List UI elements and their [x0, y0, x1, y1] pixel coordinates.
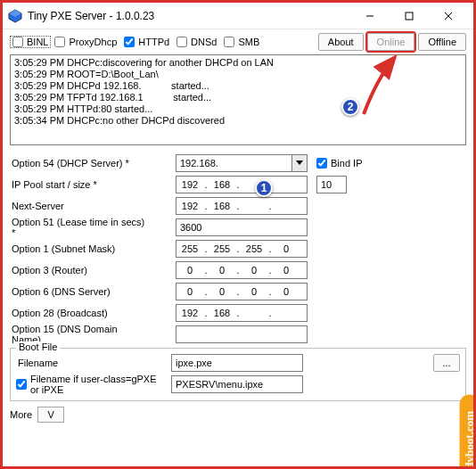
httpd-label: HTTPd: [138, 37, 169, 47]
dnsd-checkbox[interactable]: DNSd: [176, 37, 220, 47]
binl-label: BINL: [27, 37, 48, 47]
opt1-label: Option 1 (Subnet Mask): [10, 243, 149, 254]
online-button[interactable]: Online: [367, 33, 415, 51]
log-line: 3:05:29 PM ROOT=D:\Boot_Lan\: [14, 69, 462, 80]
titlebar: Tiny PXE Server - 1.0.0.23: [3, 3, 473, 29]
log-line: 3:05:29 PM DHCPd 192.168. started...: [14, 80, 462, 92]
log-line: 3:05:34 PM DHCPc:no other DHCPd discover…: [14, 115, 462, 127]
opt3-label: Option 3 (Router): [10, 265, 149, 276]
opt6-label: Option 6 (DNS Server): [10, 286, 149, 297]
opt1-ip-input[interactable]: 255. 255. 255. 0: [176, 240, 308, 258]
pool-ip-input[interactable]: 192. 168. .: [176, 176, 308, 193]
log-line: 3:05:29 PM HTTPd:80 started...: [14, 103, 462, 115]
minimize-button[interactable]: [350, 4, 390, 29]
altname-input[interactable]: PXESRV\menu.ipxe: [171, 375, 303, 393]
browse-button[interactable]: ...: [433, 354, 460, 372]
expand-button[interactable]: V: [37, 407, 64, 423]
footer: More V: [3, 401, 473, 428]
binl-checkbox[interactable]: BINL: [10, 36, 51, 48]
httpd-checkbox[interactable]: HTTPd: [124, 37, 173, 47]
offline-button[interactable]: Offline: [418, 33, 466, 51]
window-title: Tiny PXE Server - 1.0.0.23: [28, 10, 154, 22]
bindip-checkbox[interactable]: Bind IP: [316, 158, 362, 169]
nextserver-label: Next-Server: [10, 201, 149, 211]
log-line: 3:05:29 PM DHCPc:discovering for another…: [14, 57, 462, 69]
filename-input[interactable]: ipxe.pxe: [171, 354, 303, 372]
opt15-input[interactable]: [176, 325, 308, 343]
pool-size-input[interactable]: 10: [316, 176, 347, 193]
opt54-label: Option 54 (DHCP Server) *: [10, 158, 149, 169]
chevron-down-icon[interactable]: [291, 155, 307, 171]
altname-label: Filename if user-class=gPXE or iPXE: [30, 374, 164, 395]
toolbar: BINL ProxyDhcp HTTPd DNSd SMB About Onli…: [3, 29, 473, 53]
dnsd-label: DNSd: [191, 37, 217, 47]
svg-rect-3: [406, 12, 413, 20]
watermark: Anhdvboot.com: [459, 395, 476, 469]
app-icon: [8, 9, 22, 23]
opt28-label: Option 28 (Broadcast): [10, 308, 149, 318]
annotation-badge-1: 1: [255, 179, 273, 197]
altname-checkbox[interactable]: Filename if user-class=gPXE or iPXE: [16, 374, 168, 395]
log-output[interactable]: 3:05:29 PM DHCPc:discovering for another…: [10, 54, 466, 145]
svg-marker-6: [296, 160, 303, 165]
opt3-ip-input[interactable]: 0. 0. 0. 0: [176, 261, 308, 279]
bootfile-group: Boot File Filename ipxe.pxe ... Filename…: [10, 348, 466, 401]
proxydhcp-label: ProxyDhcp: [69, 37, 117, 47]
opt51-input[interactable]: 3600: [176, 218, 308, 236]
pool-label: IP Pool start / size *: [10, 179, 149, 190]
opt28-ip-input[interactable]: 192. 168. .: [176, 304, 308, 322]
bindip-label: Bind IP: [331, 158, 362, 169]
proxydhcp-checkbox[interactable]: ProxyDhcp: [54, 37, 120, 47]
opt54-value: 192.168.: [176, 158, 291, 169]
bootfile-legend: Boot File: [16, 341, 60, 352]
maximize-button[interactable]: [390, 4, 429, 29]
smb-label: SMB: [238, 37, 259, 47]
opt54-combo[interactable]: 192.168.: [176, 154, 308, 172]
nextserver-ip-input[interactable]: 192. 168. .: [176, 197, 308, 215]
log-line: 3:05:29 PM TFPTd 192.168.1 started...: [14, 92, 462, 103]
close-button[interactable]: [429, 4, 468, 29]
options-form: Option 54 (DHCP Server) * 192.168. Bind …: [3, 151, 473, 344]
more-label: More: [10, 409, 32, 420]
opt51-label: Option 51 (Lease time in secs) *: [10, 217, 149, 238]
opt6-ip-input[interactable]: 0. 0. 0. 0: [176, 283, 308, 300]
filename-label: Filename: [16, 358, 150, 368]
smb-checkbox[interactable]: SMB: [224, 37, 263, 47]
about-button[interactable]: About: [318, 33, 364, 51]
annotation-badge-2: 2: [341, 98, 359, 116]
